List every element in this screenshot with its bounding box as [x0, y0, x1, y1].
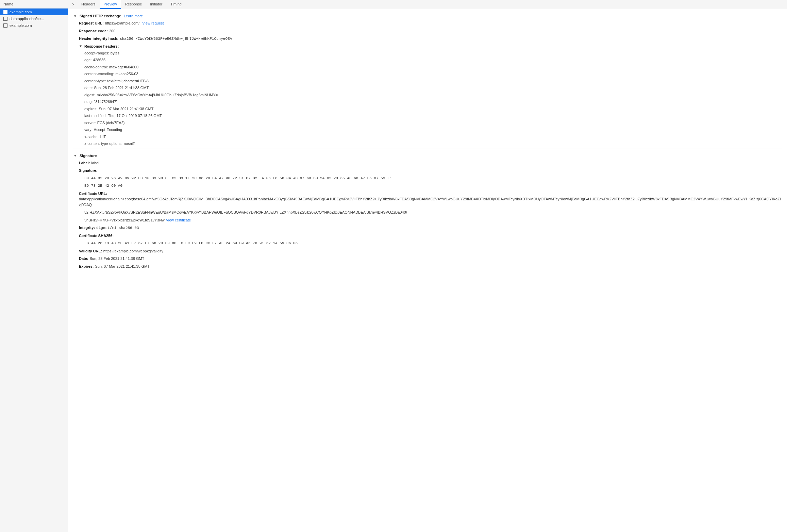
response-header-value: Sun, 28 Feb 2021 21:41:38 GMT: [94, 85, 149, 91]
header-integrity-key: Header integrity hash:: [79, 36, 118, 41]
toggle-signed-exchange[interactable]: ▼: [73, 14, 77, 18]
cert-sha256-key: Certificate SHA256:: [79, 233, 114, 239]
response-header-value: 428635: [93, 57, 105, 63]
header-rows: accept-ranges:bytesage:428635cache-contr…: [73, 50, 782, 147]
response-header-key: x-cache:: [84, 134, 99, 140]
response-header-key: etag:: [84, 99, 93, 105]
sidebar-header: Name: [0, 0, 68, 9]
toggle-signature[interactable]: ▼: [73, 154, 77, 157]
sidebar-item-example-com-2[interactable]: example.com: [0, 22, 68, 29]
sig-signature-value-1: 30 44 02 20 26 A9 89 92 ED 10 33 98 CE C…: [84, 176, 392, 181]
sig-date-row: Date: Sun, 28 Feb 2021 21:41:38 GMT: [73, 255, 782, 263]
view-certificate-link[interactable]: View certificate: [166, 217, 191, 223]
cert-sha256-value: FB 44 26 13 48 2F A1 E7 67 F7 68 2D C0 8…: [84, 240, 298, 246]
validity-url-key: Validity URL:: [79, 248, 102, 254]
sig-signature-row: Signature:: [73, 167, 782, 174]
cert-url-line3: 5nBHzvFK7KF+VzxtkbzNzcEpkdW1teS1vY3Nw Vi…: [73, 216, 782, 224]
response-header-key: cache-control:: [84, 64, 108, 70]
response-header-row: content-encoding:mi-sha256-03: [73, 70, 782, 78]
sig-signature-key: Signature:: [79, 168, 97, 173]
tab-preview[interactable]: Preview: [100, 0, 121, 9]
response-header-key: digest:: [84, 92, 95, 98]
signature-header: ▼ Signature: [73, 152, 782, 159]
response-header-value: Thu, 17 Oct 2019 07:18:26 GMT: [108, 113, 162, 119]
response-header-key: content-encoding:: [84, 71, 114, 77]
tab-timing[interactable]: Timing: [166, 0, 186, 9]
response-header-key: last-modified:: [84, 113, 106, 119]
response-header-value: nosniff: [124, 141, 135, 147]
signature-section: ▼ Signature Label: label Signature: 30 4…: [73, 150, 782, 270]
tab-initiator[interactable]: Initiator: [146, 0, 166, 9]
content-area: ▼ Signed HTTP exchange Learn more Reques…: [68, 9, 787, 532]
view-request-link[interactable]: View request: [142, 20, 164, 26]
response-header-value: ECS (dcb/7EA2): [97, 120, 125, 126]
response-header-row: etag:"3147526947": [73, 98, 782, 105]
cert-url-value: data:application/cert-chain+cbor;base64,…: [79, 196, 782, 207]
main-panel: × Headers Preview Response Initiator Tim…: [68, 0, 787, 532]
response-header-row: x-cache:HIT: [73, 133, 782, 140]
section-divider: [73, 149, 782, 149]
response-header-row: accept-ranges:bytes: [73, 50, 782, 57]
tab-response[interactable]: Response: [121, 0, 146, 9]
response-header-row: server:ECS (dcb/7EA2): [73, 119, 782, 127]
response-header-value: Sun, 07 Mar 2021 21:41:38 GMT: [99, 106, 154, 112]
sidebar-item-data-application[interactable]: data:application/ce...: [0, 15, 68, 22]
response-header-row: digest:mi-sha256-03=kcwVP6aOwYmA/j9JbUU0…: [73, 92, 782, 99]
sig-date-value: Sun, 28 Feb 2021 21:41:38 GMT: [90, 256, 145, 262]
file-icon: [3, 23, 7, 28]
response-header-row: content-type:text/html; charset=UTF-8: [73, 78, 782, 85]
response-header-key: content-type:: [84, 78, 106, 84]
response-header-key: age:: [84, 57, 91, 63]
request-url-key: Request URL:: [79, 20, 104, 26]
response-header-row: x-content-type-options:nosniff: [73, 140, 782, 147]
tabs-bar: × Headers Preview Response Initiator Tim…: [68, 0, 787, 9]
response-header-value: bytes: [111, 50, 119, 56]
response-code-row: Response code: 200: [73, 27, 782, 35]
sig-label-value: label: [91, 160, 99, 166]
sig-expires-row: Expires: Sun, 07 Mar 2021 21:41:38 GMT: [73, 263, 782, 270]
signed-http-exchange-header: ▼ Signed HTTP exchange Learn more: [73, 12, 782, 19]
sidebar-item-label: data:application/ce...: [10, 17, 44, 21]
response-headers-label: Response headers:: [84, 44, 119, 48]
response-header-value: text/html; charset=UTF-8: [107, 78, 149, 84]
response-header-value: Accept-Encoding: [94, 127, 122, 133]
sig-signature-line1: 30 44 02 20 26 A9 89 92 ED 10 33 98 CE C…: [73, 174, 782, 182]
sidebar: Name example.com data:application/ce... …: [0, 0, 68, 532]
sig-date-key: Date:: [79, 256, 88, 262]
response-header-value: HIT: [100, 134, 106, 140]
signature-label: Signature: [80, 154, 97, 158]
cert-url-key: Certificate URL:: [79, 191, 107, 197]
response-header-row: date:Sun, 28 Feb 2021 21:41:38 GMT: [73, 84, 782, 92]
response-header-row: last-modified:Thu, 17 Oct 2019 07:18:26 …: [73, 112, 782, 119]
file-icon: [3, 17, 7, 21]
response-header-row: cache-control:max-age=604800: [73, 64, 782, 71]
signed-http-exchange-label: Signed HTTP exchange: [80, 14, 121, 18]
sig-label-key: Label:: [79, 160, 90, 166]
response-header-row: age:428635: [73, 56, 782, 64]
sig-expires-key: Expires:: [79, 264, 94, 269]
response-header-key: vary:: [84, 127, 93, 133]
sidebar-item-example-com-1[interactable]: example.com: [0, 9, 68, 15]
tab-headers[interactable]: Headers: [77, 0, 100, 9]
learn-more-link[interactable]: Learn more: [124, 14, 143, 18]
validity-url-value: https://example.com/webpkg/validity: [103, 248, 163, 254]
request-url-row: Request URL: https://example.com/ View r…: [73, 19, 782, 27]
cert-sha256-value-row: FB 44 26 13 48 2F A1 E7 67 F7 68 2D C0 8…: [73, 239, 782, 247]
cert-url-line2: 52IHZXAxtuNiSZvoPkOaXySR2ESqFNnWEuU/BaMs…: [73, 209, 782, 216]
sidebar-item-label: example.com: [10, 23, 32, 28]
response-header-key: server:: [84, 120, 96, 126]
request-url-value: https://example.com/: [105, 20, 140, 26]
response-header-row: vary:Accept-Encoding: [73, 126, 782, 133]
toggle-response-headers[interactable]: ▼: [79, 44, 82, 48]
sidebar-item-label: example.com: [10, 10, 32, 14]
response-header-value: max-age=604800: [109, 64, 138, 70]
integrity-key: Integrity:: [79, 225, 95, 231]
response-header-row: expires:Sun, 07 Mar 2021 21:41:38 GMT: [73, 105, 782, 113]
response-header-key: expires:: [84, 106, 98, 112]
integrity-value: digest/mi-sha256-03: [96, 225, 139, 231]
response-header-value: mi-sha256-03: [115, 71, 138, 77]
sig-label-row: Label: label: [73, 159, 782, 167]
tab-close-button[interactable]: ×: [69, 0, 77, 9]
response-header-value: mi-sha256-03=kcwVP6aOwYmA/j9JbUU0GbuiZdn…: [97, 92, 218, 98]
cert-url-value-3: 5nBHzvFK7KF+VzxtkbzNzcEpkdW1teS1vY3Nw: [84, 217, 165, 223]
